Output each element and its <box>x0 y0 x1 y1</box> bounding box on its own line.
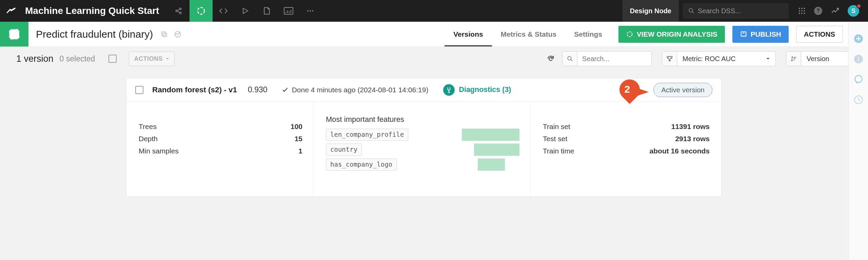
svg-rect-21 <box>9 29 20 39</box>
feature-chip: len_company_profile <box>326 129 408 141</box>
svg-point-7 <box>312 10 313 12</box>
sort-select-label: Version <box>807 55 829 63</box>
refresh-icon[interactable] <box>547 55 555 63</box>
svg-point-3 <box>198 7 204 14</box>
more-icon[interactable] <box>299 0 321 22</box>
flow-icon[interactable] <box>190 0 213 22</box>
search-versions-input[interactable] <box>577 52 651 66</box>
page-tabs: Versions Metrics & Status Settings <box>445 22 611 47</box>
feature-importance-title: Most important features <box>326 115 519 124</box>
svg-point-14 <box>804 10 805 12</box>
diagnostics-icon <box>443 84 455 96</box>
svg-point-8 <box>689 8 693 12</box>
publish-button[interactable]: PUBLISH <box>732 26 789 43</box>
design-node-label[interactable]: Design Node <box>623 0 679 22</box>
model-icon[interactable] <box>0 22 28 47</box>
actions-button[interactable]: ACTIONS <box>796 26 843 43</box>
active-version-badge[interactable]: Active version <box>653 83 712 97</box>
model-name[interactable]: Random forest (s2) - v1 <box>152 86 237 94</box>
importance-bar <box>478 159 505 171</box>
svg-point-15 <box>799 13 800 14</box>
add-icon[interactable] <box>854 34 863 43</box>
feature-importance-panel: Most important features len_company_prof… <box>314 101 531 197</box>
svg-point-9 <box>799 8 800 9</box>
right-dock <box>848 22 868 260</box>
feature-row: country <box>326 144 519 156</box>
apps-grid-icon[interactable] <box>798 7 806 15</box>
svg-rect-4 <box>284 7 293 14</box>
global-search[interactable] <box>683 3 789 19</box>
copy-icon[interactable] <box>160 31 168 38</box>
publish-icon <box>740 31 747 38</box>
svg-rect-22 <box>163 33 167 37</box>
select-all-checkbox[interactable] <box>108 55 117 63</box>
model-version-card: Random forest (s2) - v1 0.930 Done 4 min… <box>126 78 722 197</box>
help-icon[interactable]: ? <box>814 6 823 15</box>
chat-icon[interactable] <box>854 75 863 84</box>
publish-label: PUBLISH <box>751 30 781 38</box>
dataset-icon[interactable] <box>256 0 278 22</box>
importance-bar <box>462 129 519 141</box>
chevron-down-icon <box>165 57 170 61</box>
svg-point-12 <box>799 10 800 12</box>
bulk-actions-label: ACTIONS <box>134 55 163 62</box>
code-icon[interactable] <box>213 0 234 22</box>
tab-versions[interactable]: Versions <box>445 22 492 47</box>
svg-point-16 <box>801 13 803 14</box>
notification-dot <box>856 4 861 8</box>
activity-icon[interactable] <box>831 6 840 15</box>
project-title[interactable]: Machine Learning Quick Start <box>22 0 168 22</box>
svg-point-5 <box>307 10 309 12</box>
svg-point-27 <box>568 56 571 60</box>
history-icon[interactable] <box>854 95 863 105</box>
app-logo[interactable] <box>0 0 22 22</box>
filter-bar: 1 version 0 selected ACTIONS Metric: ROC… <box>0 47 868 71</box>
bulk-actions-dropdown[interactable]: ACTIONS <box>129 52 175 66</box>
hyperparameters-panel: Trees100 Depth15 Min samples1 <box>126 101 314 197</box>
importance-bar <box>474 144 519 156</box>
chevron-down-icon <box>766 57 770 61</box>
svg-text:?: ? <box>816 7 820 14</box>
svg-point-10 <box>801 8 803 9</box>
training-stats-panel: Train set11391 rows Test set2913 rows Tr… <box>531 101 721 197</box>
svg-point-32 <box>855 75 862 82</box>
tab-metrics[interactable]: Metrics & Status <box>492 22 566 47</box>
view-origin-label: VIEW ORIGIN ANALYSIS <box>637 30 717 38</box>
feature-row: has_company_logo <box>326 159 519 171</box>
global-topbar: Machine Learning Quick Start Design Node… <box>0 0 868 22</box>
svg-point-17 <box>804 13 805 14</box>
annotation-marker: 2 <box>613 81 646 98</box>
svg-point-11 <box>804 8 805 9</box>
svg-point-13 <box>801 10 803 12</box>
user-avatar[interactable]: S <box>848 5 861 17</box>
metric-select-label: Metric: ROC AUC <box>683 55 736 63</box>
share-icon[interactable] <box>168 0 190 22</box>
search-icon <box>563 52 577 66</box>
search-versions[interactable] <box>562 51 652 66</box>
check-icon <box>282 87 289 93</box>
target-icon <box>626 31 633 38</box>
selected-count: 0 selected <box>60 54 95 63</box>
info-icon[interactable] <box>854 54 863 64</box>
svg-rect-26 <box>741 32 746 36</box>
metric-select[interactable]: Metric: ROC AUC <box>662 51 776 66</box>
diagnostics-link[interactable]: Diagnostics (3) <box>443 84 511 96</box>
select-version-checkbox[interactable] <box>135 86 143 94</box>
play-icon[interactable] <box>234 0 256 22</box>
tab-settings[interactable]: Settings <box>565 22 611 47</box>
globe-icon[interactable] <box>174 31 181 38</box>
svg-rect-23 <box>162 32 165 35</box>
svg-point-6 <box>310 10 311 12</box>
global-search-input[interactable] <box>698 7 783 15</box>
version-count: 1 version <box>16 54 54 64</box>
svg-rect-30 <box>858 58 859 61</box>
sort-icon <box>786 52 801 66</box>
trophy-icon <box>662 52 677 66</box>
model-score: 0.930 <box>248 85 268 94</box>
feature-row: len_company_profile <box>326 129 519 141</box>
svg-rect-31 <box>858 57 859 57</box>
dashboard-icon[interactable] <box>278 0 299 22</box>
page-title: Predict fraudulent (binary) <box>28 22 153 47</box>
view-origin-analysis-button[interactable]: VIEW ORIGIN ANALYSIS <box>618 26 725 43</box>
feature-chip: has_company_logo <box>326 159 397 171</box>
